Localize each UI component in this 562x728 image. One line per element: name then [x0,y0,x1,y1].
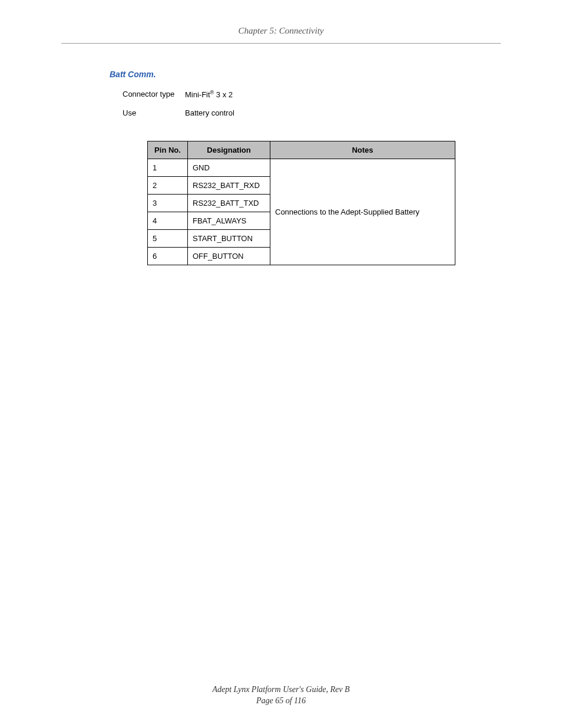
pin-cell: 2 [148,177,188,195]
info-list: Connector type Mini-Fit® 3 x 2 Use Batte… [123,90,562,117]
info-label: Use [123,108,185,117]
notes-cell: Connections to the Adept-Supplied Batter… [270,159,455,265]
info-value-suffix: 3 x 2 [214,90,233,99]
table-header-notes: Notes [270,141,455,159]
page-footer: Adept Lynx Platform User's Guide, Rev B … [0,684,562,707]
info-row: Connector type Mini-Fit® 3 x 2 [123,90,562,99]
designation-cell: START_BUTTON [188,230,270,248]
pin-cell: 3 [148,195,188,212]
pin-cell: 5 [148,230,188,248]
pin-cell: 1 [148,159,188,177]
designation-cell: FBAT_ALWAYS [188,212,270,230]
designation-cell: RS232_BATT_RXD [188,177,270,195]
table-header-row: Pin No. Designation Notes [148,141,455,159]
pin-cell: 6 [148,248,188,265]
info-value: Mini-Fit® 3 x 2 [185,90,233,99]
table-header-designation: Designation [188,141,270,159]
footer-doc-title: Adept Lynx Platform User's Guide, Rev B [0,684,562,696]
table-row: 1 GND Connections to the Adept-Supplied … [148,159,455,177]
designation-cell: GND [188,159,270,177]
page-header: Chapter 5: Connectivity [0,0,562,43]
chapter-title: Chapter 5: Connectivity [239,26,324,35]
pin-cell: 4 [148,212,188,230]
info-label: Connector type [123,90,185,99]
pinout-table: Pin No. Designation Notes 1 GND Connecti… [147,141,455,265]
footer-page-number: Page 65 of 116 [0,695,562,707]
info-value-prefix: Battery control [185,108,234,117]
info-value: Battery control [185,108,234,117]
info-row: Use Battery control [123,108,562,117]
info-value-prefix: Mini-Fit [185,90,210,99]
table-header-pin: Pin No. [148,141,188,159]
section-title: Batt Comm. [110,70,562,79]
designation-cell: OFF_BUTTON [188,248,270,265]
content-area: Batt Comm. Connector type Mini-Fit® 3 x … [0,44,562,265]
designation-cell: RS232_BATT_TXD [188,195,270,212]
